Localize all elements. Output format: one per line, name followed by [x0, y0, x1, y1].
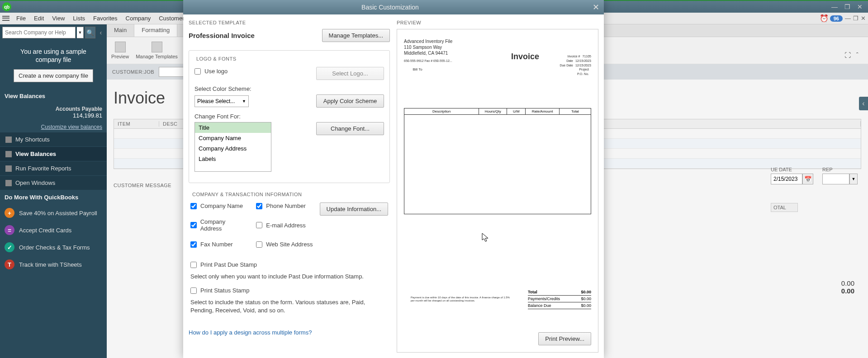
reminders-badge[interactable]: ⏰ 96	[820, 14, 843, 23]
company-address-checkbox[interactable]	[190, 222, 197, 228]
tab-formatting[interactable]: Formatting	[134, 24, 177, 37]
status-stamp-checkbox[interactable]	[190, 287, 197, 294]
customize-balances-link[interactable]: Customize view balances	[0, 122, 107, 132]
menu-lists[interactable]: Lists	[69, 14, 89, 23]
color-scheme-select[interactable]: Please Select... ▼	[194, 95, 249, 107]
clock-icon: ⏰	[820, 14, 829, 23]
customer-job-label: CUSTOMER:JOB	[112, 69, 154, 75]
fax-number-checkbox-row[interactable]: Fax Number	[190, 241, 247, 248]
past-due-checkbox[interactable]	[190, 262, 197, 268]
rep-label: REP	[822, 167, 858, 172]
email-address-checkbox-row[interactable]: E-mail Address	[256, 218, 313, 232]
toolbar-preview-button[interactable]: Preview	[111, 42, 129, 59]
expand-icon[interactable]: ⛶	[844, 52, 853, 60]
tab-main[interactable]: Main	[107, 24, 134, 37]
menu-favorites[interactable]: Favorites	[90, 14, 121, 23]
menu-file[interactable]: File	[13, 14, 29, 23]
search-dropdown-toggle[interactable]: ▼	[77, 27, 84, 38]
sidebar-item-open-windows[interactable]: Open Windows	[0, 176, 107, 190]
status-stamp-checkbox-row[interactable]: Print Status Stamp	[190, 287, 388, 294]
preview-table: Description Hours/Qty U/M Rate/Amount To…	[404, 108, 591, 214]
phone-number-checkbox[interactable]	[256, 203, 262, 209]
collapse-sidebar-icon[interactable]: ‹	[97, 27, 104, 38]
company-address-checkbox-row[interactable]: Company Address	[190, 218, 247, 232]
apply-color-scheme-button[interactable]: Apply Color Scheme	[316, 94, 384, 108]
close-window-button[interactable]: ✕	[855, 3, 864, 10]
col-item: ITEM	[114, 121, 159, 127]
change-font-button[interactable]: Change Font...	[316, 122, 384, 135]
promo-checks[interactable]: ✓Order Checks & Tax Forms	[0, 239, 107, 256]
shortcut-label: Open Windows	[15, 179, 55, 186]
change-font-label: Change Font For:	[194, 113, 384, 120]
total-line2: 0.00	[841, 287, 854, 295]
due-date-label: UE DATE	[771, 167, 813, 172]
menu-company[interactable]: Company	[122, 14, 155, 23]
sidebar-item-run-reports[interactable]: Run Favorite Reports	[0, 161, 107, 176]
sidebar-item-my-shortcuts[interactable]: My Shortcuts	[0, 132, 107, 147]
template-name: Professional Invoice	[189, 32, 255, 39]
past-due-checkbox-row[interactable]: Print Past Due Stamp	[190, 261, 388, 268]
invoice-totals: 0.00 0.00	[841, 279, 854, 295]
color-scheme-label: Select Color Scheme:	[194, 85, 384, 92]
preview-company-addr1: 110 Sampson Way	[404, 44, 591, 50]
update-information-button[interactable]: Update Information...	[320, 203, 388, 216]
email-address-checkbox[interactable]	[256, 222, 262, 228]
promo-tsheets[interactable]: TTrack time with TSheets	[0, 256, 107, 273]
panel-restore-button[interactable]: ❐	[853, 15, 859, 22]
checkbox-label: Print Past Due Stamp	[200, 261, 257, 268]
promo-label: Track time with TSheets	[19, 261, 82, 268]
select-logo-button[interactable]: Select Logo...	[316, 67, 384, 80]
website-checkbox[interactable]	[256, 241, 262, 248]
checkbox-label: E-mail Address	[266, 222, 305, 229]
use-logo-checkbox-row[interactable]: Use logo	[194, 68, 228, 75]
create-company-button[interactable]: Create a new company file	[14, 69, 93, 82]
rep-dropdown-toggle[interactable]: ▼	[849, 174, 858, 184]
promo-credit-cards[interactable]: =Accept Credit Cards	[0, 221, 107, 239]
preview-th-qty: Hours/Qty	[479, 108, 507, 115]
help-link[interactable]: How do I apply a design across multiple …	[189, 329, 312, 336]
website-checkbox-row[interactable]: Web Site Address	[256, 241, 313, 248]
maximize-button[interactable]: ❐	[843, 3, 852, 10]
logo-fonts-label: LOGO & FONTS	[196, 56, 384, 61]
print-preview-button[interactable]: Print Preview...	[538, 332, 591, 345]
preview-icon	[115, 42, 126, 52]
do-more-header: Do More With QuickBooks	[0, 190, 107, 204]
use-logo-checkbox[interactable]	[194, 68, 201, 75]
fax-number-checkbox[interactable]	[190, 241, 197, 248]
font-option-company-address[interactable]: Company Address	[195, 143, 271, 154]
font-option-company-name[interactable]: Company Name	[195, 133, 271, 143]
font-option-labels[interactable]: Labels	[195, 154, 271, 164]
right-panel-expand-handle[interactable]: ‹	[859, 97, 868, 110]
past-due-help-text: Select only when you want to include Pas…	[190, 273, 388, 281]
rep-input[interactable]	[822, 174, 849, 184]
meta-value: 12/15/2023	[575, 63, 591, 68]
font-option-title[interactable]: Title	[195, 122, 271, 133]
close-modal-button[interactable]: ✕	[593, 2, 599, 12]
manage-templates-button[interactable]: Manage Templates...	[322, 29, 390, 42]
due-date-input[interactable]	[771, 174, 802, 184]
panel-close-button[interactable]: ✕	[861, 15, 866, 22]
font-target-list[interactable]: Title Company Name Company Address Label…	[194, 122, 271, 172]
windows-icon	[5, 180, 12, 186]
minimize-button[interactable]: —	[830, 3, 839, 10]
calendar-icon[interactable]: 📅	[802, 174, 813, 184]
company-name-checkbox[interactable]	[190, 203, 197, 209]
sidebar-item-view-balances[interactable]: View Balances	[0, 147, 107, 161]
total-line1: 0.00	[841, 279, 854, 287]
toolbar-manage-templates-button[interactable]: Manage Templates	[136, 42, 178, 59]
menu-edit[interactable]: Edit	[30, 14, 47, 23]
checkbox-label: Phone Number	[266, 203, 305, 209]
hamburger-icon[interactable]	[2, 15, 9, 22]
modal-titlebar: Basic Customization ✕	[183, 0, 604, 14]
chevron-up-icon[interactable]: ˆ	[856, 52, 864, 60]
search-button[interactable]: 🔍	[85, 27, 95, 38]
company-name-checkbox-row[interactable]: Company Name	[190, 203, 247, 209]
checkbox-label: Company Name	[200, 203, 243, 209]
use-logo-label: Use logo	[204, 68, 228, 75]
panel-minimize-button[interactable]: —	[845, 15, 851, 22]
phone-number-checkbox-row[interactable]: Phone Number	[256, 203, 313, 209]
tsheets-icon: T	[5, 259, 14, 269]
search-input[interactable]	[2, 27, 76, 38]
promo-payroll[interactable]: +Save 40% on Assisted Payroll	[0, 204, 107, 221]
menu-view[interactable]: View	[48, 14, 68, 23]
